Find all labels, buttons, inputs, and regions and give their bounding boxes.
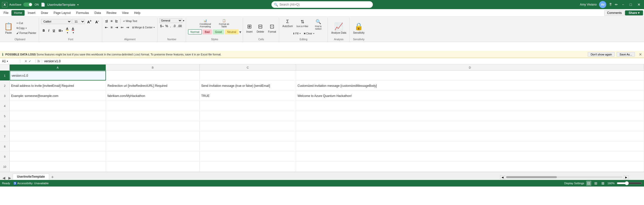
borders-dropdown[interactable]: ▾ bbox=[62, 30, 63, 32]
cell-b4[interactable] bbox=[106, 101, 200, 111]
row-number[interactable]: 1 bbox=[0, 71, 10, 80]
cell-a6[interactable] bbox=[10, 121, 106, 131]
col-header-b[interactable]: B bbox=[106, 65, 200, 70]
row-number[interactable]: 4 bbox=[0, 101, 10, 111]
cut-button[interactable]: ✂ Cut bbox=[15, 21, 24, 25]
cell-d7[interactable] bbox=[296, 131, 644, 141]
row-number[interactable]: 5 bbox=[0, 111, 10, 121]
cell-d5[interactable] bbox=[296, 111, 644, 121]
dont-show-again-button[interactable]: Don't show again bbox=[588, 52, 615, 57]
cell-ref-dropdown[interactable]: ▾ bbox=[7, 60, 8, 63]
col-header-d[interactable]: D bbox=[296, 65, 644, 70]
row-number[interactable]: 7 bbox=[0, 131, 10, 141]
info-close-button[interactable]: ✕ bbox=[639, 52, 642, 56]
copy-dropdown[interactable]: ▾ bbox=[26, 27, 27, 29]
ribbon-icon[interactable]: 🎖 bbox=[609, 3, 612, 7]
style-normal[interactable]: Normal bbox=[188, 29, 201, 34]
close-button[interactable]: ✕ bbox=[636, 3, 642, 7]
fill-button[interactable]: ⬇ Fill ▾ bbox=[292, 32, 302, 35]
menu-item-insert[interactable]: Insert bbox=[25, 10, 38, 16]
merge-dropdown[interactable]: ▾ bbox=[154, 26, 155, 29]
font-family-select[interactable]: Calibri bbox=[41, 19, 71, 24]
indent-more-button[interactable]: ⇒ bbox=[125, 25, 130, 30]
cell-a10[interactable] bbox=[10, 162, 106, 172]
cell-c7[interactable] bbox=[200, 131, 296, 141]
col-header-a[interactable]: A bbox=[10, 65, 106, 70]
maximize-button[interactable]: □ bbox=[628, 3, 633, 7]
row-number[interactable]: 3 bbox=[0, 91, 10, 101]
cell-b1[interactable] bbox=[106, 71, 200, 80]
align-center-button[interactable]: ≡ bbox=[110, 25, 113, 30]
style-neutral[interactable]: Neutral bbox=[225, 29, 238, 34]
copy-button[interactable]: ⧉ Copy ▾ bbox=[15, 26, 28, 30]
fill-color-button[interactable]: A▾ bbox=[65, 26, 70, 35]
menu-item-formulas[interactable]: Formulas bbox=[74, 10, 91, 16]
cell-a1[interactable]: version:v1.0 bbox=[10, 71, 106, 80]
sheet-tab-userinvitetemplate[interactable]: UserInviteTemplate bbox=[13, 174, 49, 180]
clear-button[interactable]: ✖ Clear ▾ bbox=[303, 32, 315, 35]
currency-button[interactable]: $▾ bbox=[159, 24, 164, 28]
format-button[interactable]: ⊡ Format bbox=[267, 23, 278, 34]
cell-b6[interactable] bbox=[106, 121, 200, 131]
cell-d1[interactable] bbox=[296, 71, 644, 80]
decrease-font-button[interactable]: A- bbox=[94, 18, 100, 25]
indent-less-button[interactable]: ⇐ bbox=[120, 25, 124, 30]
font-color-button[interactable]: A▾ bbox=[70, 26, 76, 35]
cell-a2[interactable]: Email address to invite [inviteeEmail] R… bbox=[10, 81, 106, 91]
cell-a9[interactable] bbox=[10, 152, 106, 161]
cell-d3[interactable]: Welcome to Azure Quantum Hackathon! bbox=[296, 91, 644, 101]
borders-button[interactable]: ⊟▾ bbox=[57, 28, 64, 33]
add-sheet-button[interactable]: + bbox=[49, 175, 56, 180]
row-number[interactable]: 9 bbox=[0, 152, 10, 161]
cell-c5[interactable] bbox=[200, 111, 296, 121]
paste-button[interactable]: 📋 Paste bbox=[3, 21, 14, 35]
comments-button[interactable]: Comments bbox=[604, 10, 624, 16]
cell-d8[interactable] bbox=[296, 141, 644, 151]
cell-reference[interactable]: A1 ▾ bbox=[0, 59, 20, 63]
style-bad[interactable]: Bad bbox=[203, 29, 212, 34]
tab-scroll-right[interactable]: ▶ bbox=[7, 176, 13, 180]
style-good[interactable]: Good bbox=[213, 29, 224, 34]
scroll-right-button[interactable]: ▶ bbox=[624, 175, 629, 179]
minimize-button[interactable]: − bbox=[620, 3, 625, 7]
sensitivity-button[interactable]: 🔒 Sensitivity bbox=[352, 21, 366, 35]
number-format-select[interactable]: General bbox=[159, 18, 182, 23]
pen-icon[interactable]: ✏ bbox=[615, 3, 618, 7]
fill-dropdown[interactable]: ▾ bbox=[300, 32, 301, 35]
cell-c10[interactable] bbox=[200, 162, 296, 172]
filename[interactable]: UserInviteTemplate bbox=[47, 3, 75, 7]
search-bar[interactable]: 🔍 bbox=[271, 1, 373, 8]
cell-d6[interactable] bbox=[296, 121, 644, 131]
menu-item-page-layout[interactable]: Page Layout bbox=[51, 10, 73, 16]
cell-a5[interactable] bbox=[10, 111, 106, 121]
share-button[interactable]: Share ▾ bbox=[625, 10, 643, 15]
cell-d4[interactable] bbox=[296, 101, 644, 111]
cell-b2[interactable]: Redirection url [inviteRedirectURL] Requ… bbox=[106, 81, 200, 91]
confirm-formula-button[interactable]: ✓ bbox=[29, 59, 31, 63]
menu-item-draw[interactable]: Draw bbox=[38, 10, 50, 16]
wrap-text-button[interactable]: ↵ Wrap Text bbox=[122, 19, 138, 23]
cell-b10[interactable] bbox=[106, 162, 200, 172]
format-painter-button[interactable]: 🖌 Format Painter bbox=[15, 31, 37, 35]
cell-d10[interactable] bbox=[296, 162, 644, 172]
clear-dropdown[interactable]: ▾ bbox=[313, 32, 314, 35]
tab-scroll-left[interactable]: ◀ bbox=[1, 176, 7, 180]
cell-c4[interactable] bbox=[200, 101, 296, 111]
underline-button[interactable]: U bbox=[51, 28, 57, 33]
zoom-slider[interactable] bbox=[617, 181, 642, 185]
merge-center-button[interactable]: ⊞ Merge & Center ▾ bbox=[131, 26, 156, 29]
comma-button[interactable]: , bbox=[169, 24, 172, 28]
cancel-formula-button[interactable]: ✕ bbox=[25, 59, 27, 63]
display-settings[interactable]: Display Settings bbox=[564, 182, 584, 185]
cell-d9[interactable] bbox=[296, 152, 644, 161]
cell-c8[interactable] bbox=[200, 141, 296, 151]
cell-c3[interactable]: TRUE bbox=[200, 91, 296, 101]
decrease-decimal-button[interactable]: .0 bbox=[172, 24, 176, 28]
sort-filter-button[interactable]: ⇅ Sort & Filter bbox=[295, 18, 310, 31]
align-top-left-button[interactable]: ⊴ bbox=[104, 18, 109, 24]
menu-item-file[interactable]: File bbox=[1, 10, 11, 16]
cell-a4[interactable] bbox=[10, 101, 106, 111]
align-right-button[interactable]: ⇥ bbox=[114, 25, 119, 30]
search-input[interactable] bbox=[280, 3, 370, 6]
avatar[interactable]: AV bbox=[599, 1, 606, 8]
